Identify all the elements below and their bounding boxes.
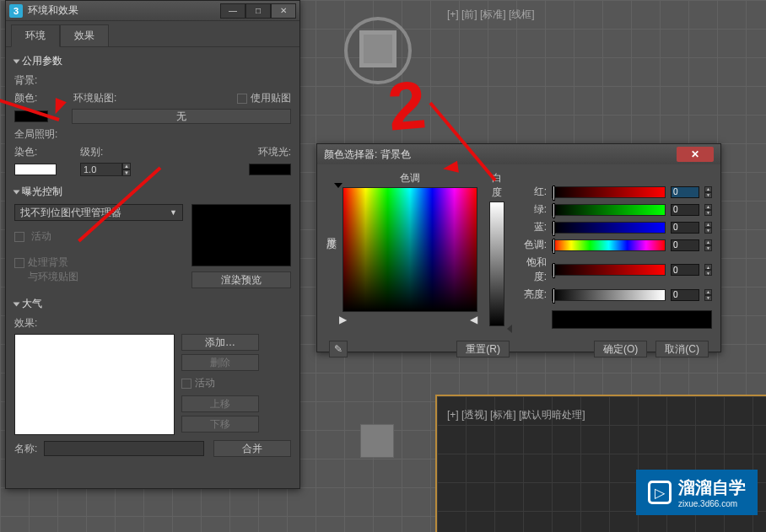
hue-slider-label: 色调: xyxy=(516,238,547,252)
atmos-active-label: 活动 xyxy=(195,376,215,390)
reset-button[interactable]: 重置(R) xyxy=(456,341,510,357)
sat-value[interactable]: 0 xyxy=(671,264,699,276)
process-bg-label: 处理背景 xyxy=(28,255,68,270)
exposure-active-label: 活动 xyxy=(31,229,51,244)
atmos-header: 大气 xyxy=(22,297,42,311)
level-up-icon[interactable]: ▲ xyxy=(122,163,131,169)
level-label: 级别: xyxy=(80,145,103,159)
common-header: 公用参数 xyxy=(22,54,62,68)
color-label: 颜色: xyxy=(14,91,41,105)
blue-value[interactable]: 0 xyxy=(671,222,699,234)
move-down-button[interactable]: 下移 xyxy=(181,416,259,433)
viewport-label-persp[interactable]: [+] [透视] [标准] [默认明暗处理] xyxy=(447,408,585,422)
tab-effects[interactable]: 效果 xyxy=(60,24,109,46)
val-up-icon[interactable]: ▲ xyxy=(704,289,712,295)
watermark: ▷ 溜溜自学 zixue.3d66.com xyxy=(636,470,758,515)
tint-swatch[interactable] xyxy=(14,164,57,175)
val-value[interactable]: 0 xyxy=(671,289,699,301)
minimize-button[interactable]: — xyxy=(220,3,245,19)
whiteness-slider[interactable] xyxy=(489,202,504,326)
val-slider[interactable] xyxy=(552,289,666,301)
effects-listbox[interactable] xyxy=(14,334,175,435)
red-down-icon[interactable]: ▼ xyxy=(704,192,712,198)
tint-label: 染色: xyxy=(14,145,41,159)
hue-down-icon[interactable]: ▼ xyxy=(704,245,712,251)
ok-button[interactable]: 确定(O) xyxy=(594,341,647,357)
watermark-icon: ▷ xyxy=(648,481,672,504)
hue-field[interactable] xyxy=(343,187,477,312)
red-up-icon[interactable]: ▲ xyxy=(704,186,712,192)
maximize-button[interactable]: □ xyxy=(245,3,271,19)
render-preview-button[interactable]: 渲染预览 xyxy=(192,271,291,288)
blue-label: 蓝: xyxy=(516,220,547,234)
green-value[interactable]: 0 xyxy=(671,204,699,216)
ambient-label: 环境光: xyxy=(258,145,291,159)
result-color-swatch xyxy=(552,310,712,329)
hue-left-icon: ▶ xyxy=(339,314,347,325)
color-picker-title: 颜色选择器: 背景色 xyxy=(324,148,677,162)
process-bg-checkbox[interactable] xyxy=(14,258,24,268)
global-illum-label: 全局照明: xyxy=(14,127,57,142)
merge-button[interactable]: 合并 xyxy=(213,440,291,457)
red-slider[interactable] xyxy=(552,186,666,198)
env-title: 环境和效果 xyxy=(28,3,220,18)
level-spinner[interactable]: ▲▼ xyxy=(80,163,131,176)
use-map-checkbox[interactable] xyxy=(237,94,247,104)
color-picker-titlebar[interactable]: 颜色选择器: 背景色 ✕ xyxy=(317,144,720,164)
close-button[interactable]: ✕ xyxy=(271,3,296,19)
effect-name-input[interactable] xyxy=(44,441,204,456)
delete-effect-button[interactable]: 删除 xyxy=(181,354,259,371)
atmos-active-checkbox[interactable] xyxy=(181,379,192,389)
render-preview-swatch xyxy=(192,204,291,266)
nav-cube-persp[interactable] xyxy=(360,424,394,458)
color-picker-close-button[interactable]: ✕ xyxy=(677,147,714,162)
viewport-label-front[interactable]: [+] [前] [标准] [线框] xyxy=(447,8,535,22)
env-titlebar[interactable]: 3 环境和效果 — □ ✕ xyxy=(6,1,299,21)
chevron-down-icon: ▼ xyxy=(170,208,177,217)
hue-value[interactable]: 0 xyxy=(671,239,699,251)
sat-down-icon[interactable]: ▼ xyxy=(704,270,712,276)
sat-up-icon[interactable]: ▲ xyxy=(704,264,712,270)
whiteness-marker-icon xyxy=(507,325,512,333)
envmap-none-button[interactable]: 无 xyxy=(72,109,291,124)
green-slider[interactable] xyxy=(552,204,666,216)
hue-up-icon[interactable]: ▲ xyxy=(704,239,712,245)
use-map-label: 使用贴图 xyxy=(251,91,291,105)
add-effect-button[interactable]: 添加… xyxy=(181,334,259,351)
val-label: 亮度: xyxy=(516,287,547,302)
blue-down-icon[interactable]: ▼ xyxy=(704,228,712,234)
section-exposure: 曝光控制 找不到位图代理管理器 ▼ 活动 处理背景 与环境贴图 渲染预览 xyxy=(14,183,291,288)
green-down-icon[interactable]: ▼ xyxy=(704,210,712,216)
exposure-active-checkbox[interactable] xyxy=(14,232,24,242)
envmap-label: 环境贴图: xyxy=(73,91,116,105)
color-picker-window: 颜色选择器: 背景色 ✕ 色调 黑度 ▶ ◀ 白度 红: 0 ▲▼ xyxy=(316,143,721,352)
whiteness-column: 白度 xyxy=(489,171,504,329)
level-input[interactable] xyxy=(80,163,122,176)
with-env-label: 与环境贴图 xyxy=(28,270,78,284)
val-down-icon[interactable]: ▼ xyxy=(704,295,712,301)
blue-up-icon[interactable]: ▲ xyxy=(704,222,712,228)
tab-environment[interactable]: 环境 xyxy=(11,24,60,47)
cancel-button[interactable]: 取消(C) xyxy=(655,341,709,357)
env-tabs: 环境 效果 xyxy=(6,21,299,47)
green-label: 绿: xyxy=(516,202,547,217)
eyedropper-button[interactable]: ✎ xyxy=(329,341,348,357)
eyedropper-icon: ✎ xyxy=(334,343,343,355)
hue-right-icon: ◀ xyxy=(470,314,477,325)
blue-slider[interactable] xyxy=(552,222,666,234)
move-up-button[interactable]: 上移 xyxy=(181,395,259,412)
sat-slider[interactable] xyxy=(552,264,666,276)
hue-area: 色调 黑度 ▶ ◀ xyxy=(329,171,477,329)
section-atmosphere: 大气 效果: 添加… 删除 活动 上移 下移 名称: 合并 xyxy=(14,295,291,457)
red-value[interactable]: 0 xyxy=(671,186,699,198)
exposure-dropdown[interactable]: 找不到位图代理管理器 ▼ xyxy=(14,204,183,221)
nav-cube[interactable] xyxy=(359,30,396,67)
exposure-header: 曝光控制 xyxy=(22,185,62,199)
effects-label: 效果: xyxy=(14,316,37,330)
green-up-icon[interactable]: ▲ xyxy=(704,204,712,210)
watermark-text: 溜溜自学 xyxy=(678,476,746,499)
ambient-swatch[interactable] xyxy=(249,164,291,175)
level-down-icon[interactable]: ▼ xyxy=(122,169,131,176)
hue-slider[interactable] xyxy=(552,239,666,251)
hue-marker-icon xyxy=(334,183,343,188)
